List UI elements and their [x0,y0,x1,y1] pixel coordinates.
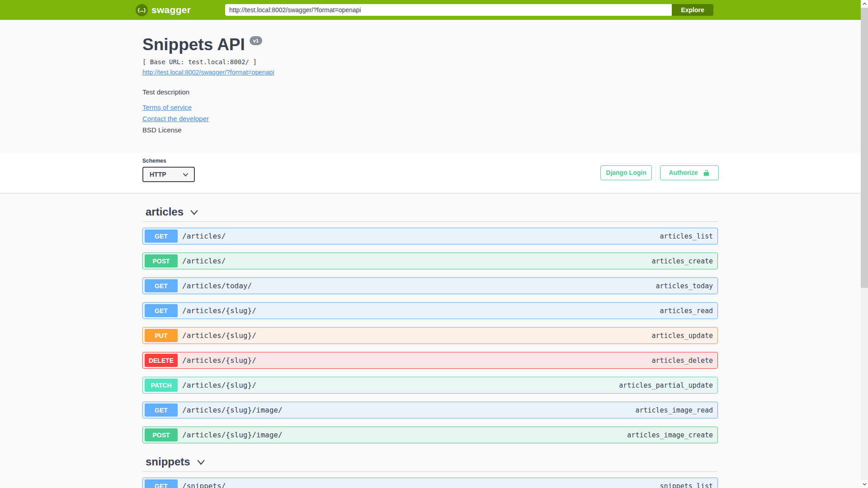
operation-row[interactable]: PUT/articles/{slug}/articles_update [142,327,718,344]
terms-of-service-link[interactable]: Terms of service [142,103,192,111]
authorize-button-label: Authorize [669,169,698,176]
method-badge: POST [145,428,178,441]
method-badge: GET [145,479,178,488]
operation-path: /snippets/ [182,482,226,488]
scheme-bar: Schemes HTTP Django Login Authorize [0,152,861,193]
schemes-label: Schemes [142,158,861,164]
operation-path: /articles/{slug}/ [182,381,256,389]
operation-path: /articles/{slug}/image/ [182,431,283,439]
operation-path: /articles/{slug}/ [182,331,256,340]
contact-developer-link[interactable]: Contact the developer [142,115,209,122]
swagger-logo-icon: {…} [136,4,148,16]
operation-path: /articles/{slug}/ [182,306,256,315]
spec-url-input[interactable] [225,4,672,16]
method-badge: GET [145,304,178,317]
operation-id: articles_today [656,282,713,290]
scroll-down-icon[interactable] [861,480,868,488]
operation-id: articles_image_create [627,431,713,439]
section-title: articles [146,206,184,218]
operations-area: articlesGET/articles/articles_listPOST/a… [0,193,861,488]
operation-id: snippets_list [660,482,713,488]
api-section-snippets: snippetsGET/snippets/snippets_list [142,452,861,488]
operation-id: articles_create [652,257,713,265]
method-badge: PUT [145,329,178,342]
api-section-articles: articlesGET/articles/articles_listPOST/a… [142,202,861,443]
section-header-articles[interactable]: articles [142,202,718,222]
operation-row[interactable]: GET/articles/today/articles_today [142,277,718,294]
api-info-section: Snippets APIv1 [ Base URL: test.local:80… [0,20,861,152]
operation-path: /articles/today/ [182,282,252,290]
scheme-select[interactable]: HTTP [142,167,195,182]
section-header-snippets[interactable]: snippets [142,452,718,472]
scrollbar[interactable] [861,0,868,488]
operation-row[interactable]: GET/articles/{slug}/image/articles_image… [142,402,718,418]
operation-id: articles_list [660,232,713,240]
django-login-button[interactable]: Django Login [600,165,652,180]
operation-row[interactable]: GET/snippets/snippets_list [142,478,718,488]
operation-row[interactable]: GET/articles/articles_list [142,228,718,244]
operation-path: /articles/ [182,232,226,240]
api-description: Test description [142,88,861,96]
sections: articlesGET/articles/articles_listPOST/a… [142,202,861,488]
authorize-button[interactable]: Authorize [660,165,719,180]
operation-id: articles_update [652,332,713,340]
version-badge: v1 [250,36,262,45]
method-badge: POST [145,254,178,267]
operation-row[interactable]: PATCH/articles/{slug}/articles_partial_u… [142,377,718,394]
operation-row[interactable]: POST/articles/articles_create [142,253,718,269]
operations-list: GET/snippets/snippets_list [142,472,718,488]
operation-id: articles_read [660,307,713,315]
operation-path: /articles/ [182,257,226,265]
license-text: BSD License [142,126,861,134]
operation-path: /articles/{slug}/image/ [182,406,283,414]
page-title: Snippets API [142,35,245,54]
scheme-selected-value: HTTP [150,171,166,178]
operation-row[interactable]: DELETE/articles/{slug}/articles_delete [142,352,718,369]
spec-link[interactable]: http://test.local:8002/swagger/?format=o… [142,69,274,76]
chevron-down-icon [197,458,205,466]
operation-id: articles_partial_update [619,381,713,389]
scroll-up-icon[interactable] [861,0,868,8]
operation-path: /articles/{slug}/ [182,356,256,365]
method-badge: PATCH [145,379,178,392]
divider [656,163,656,183]
method-badge: GET [145,279,178,292]
method-badge: GET [145,404,178,417]
operation-id: articles_delete [652,357,713,365]
operations-list: GET/articles/articles_listPOST/articles/… [142,222,718,443]
operation-row[interactable]: GET/articles/{slug}/articles_read [142,302,718,319]
chevron-down-icon [190,208,198,216]
unlock-icon [703,169,710,177]
operation-row[interactable]: POST/articles/{slug}/image/articles_imag… [142,427,718,443]
brand-title: swagger [151,5,191,15]
base-url: [ Base URL: test.local:8002/ ] [142,58,861,66]
scrollbar-thumb[interactable] [861,8,868,288]
topbar: {…} swagger Explore [0,0,861,20]
operation-id: articles_image_read [635,406,713,414]
brand: {…} swagger [136,0,191,20]
method-badge: DELETE [145,354,178,367]
method-badge: GET [145,230,178,243]
section-title: snippets [146,455,190,468]
chevron-down-icon [183,172,189,178]
explore-button[interactable]: Explore [672,4,713,16]
